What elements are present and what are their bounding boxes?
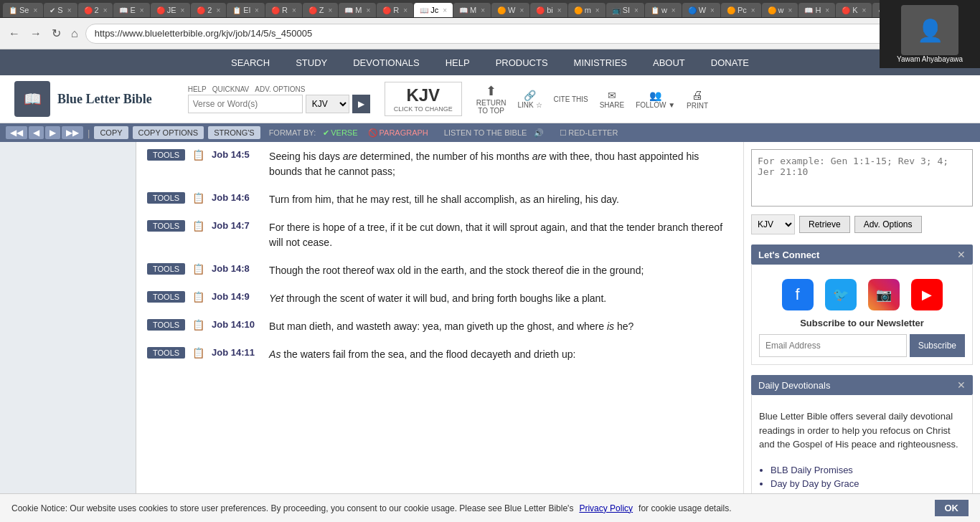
browser-tab-strip: 📋Se× ✔S× 🔴2× 📖E× 🔴JE× 🔴2× 📋El× 🔴R× 🔴Z× 📖… <box>0 0 980 18</box>
subscribe-button[interactable]: Subscribe <box>910 334 965 357</box>
tab-m[interactable]: 📖M× <box>339 3 376 17</box>
cite-this-btn[interactable]: CITE THIS <box>554 95 588 103</box>
circle-icon: 🚫 <box>368 128 378 138</box>
tools-button-6[interactable]: TOOLS <box>147 347 185 359</box>
forward-button[interactable]: → <box>27 24 44 43</box>
nav-products[interactable]: PRODUCTS <box>483 49 561 75</box>
kjv-version-box[interactable]: KJV CLICK TO CHANGE <box>385 82 462 116</box>
share-btn[interactable]: ✉ SHARE <box>600 90 624 109</box>
paragraph-format-option[interactable]: 🚫 PARAGRAPH <box>368 128 428 138</box>
tab-e[interactable]: 📖E× <box>113 3 149 17</box>
tab-se[interactable]: 📋Se× <box>3 3 43 17</box>
copy-icon-5[interactable]: 📋 <box>192 319 204 331</box>
tab-r2[interactable]: 🔴R× <box>377 3 413 17</box>
search-go-button[interactable]: ▶ <box>352 95 370 113</box>
print-btn[interactable]: 🖨 PRINT <box>687 89 708 110</box>
return-to-top-btn[interactable]: ⬆ RETURNTO TOP <box>476 83 507 115</box>
red-letter-option[interactable]: ☐ RED-LETTER <box>560 128 618 138</box>
cookie-notice-bar: Cookie Notice: Our website uses cookies … <box>0 493 980 522</box>
last-btn[interactable]: ▶▶ <box>62 126 83 139</box>
verse-lookup-input[interactable] <box>751 149 973 207</box>
first-btn[interactable]: ◀◀ <box>6 126 27 139</box>
devotional-link-1[interactable]: Day by Day by Grace <box>771 478 965 489</box>
instagram-icon[interactable]: 📷 <box>868 279 900 310</box>
connect-body: f 🐦 📷 ▶ Subscribe to our Newsletter Subs… <box>751 265 973 365</box>
tab-r[interactable]: 🔴R× <box>265 3 302 17</box>
nav-help[interactable]: HELP <box>433 49 483 75</box>
tab-check[interactable]: ✔S× <box>44 3 77 17</box>
copy-icon-3[interactable]: 📋 <box>192 263 204 275</box>
nav-donate[interactable]: DONATE <box>698 49 762 75</box>
verse-format-option[interactable]: ✔ VERSE <box>323 128 357 138</box>
nav-about[interactable]: ABOUT <box>640 49 698 75</box>
site-navigation: SEARCH STUDY DEVOTIONALS HELP PRODUCTS M… <box>0 49 980 75</box>
email-address-input[interactable] <box>759 334 907 357</box>
tab-m2[interactable]: 📖M× <box>453 3 491 17</box>
privacy-policy-link[interactable]: Privacy Policy <box>579 503 633 513</box>
checkbox-icon: ☐ <box>560 128 567 138</box>
version-select-header[interactable]: KJV NKJV ESV <box>306 95 349 113</box>
home-button[interactable]: ⌂ <box>68 24 81 43</box>
verse-text-1: Turn from him, that he may rest, till he… <box>269 192 619 207</box>
tools-button-4[interactable]: TOOLS <box>147 291 185 303</box>
facebook-icon[interactable]: f <box>782 279 814 310</box>
tab-h[interactable]: 📖H× <box>798 3 835 17</box>
email-row: Subscribe <box>759 334 965 357</box>
tab-w2[interactable]: 📋w× <box>645 3 682 17</box>
tab-z[interactable]: 🔴Z× <box>303 3 339 17</box>
reload-button[interactable]: ↻ <box>49 24 64 43</box>
adv-options-button[interactable]: Adv. Options <box>854 216 922 233</box>
connect-title: Let's Connect <box>758 250 819 260</box>
search-form-area: HELP QUICKNAV ADV. OPTIONS KJV NKJV ESV … <box>181 82 377 116</box>
tools-button-2[interactable]: TOOLS <box>147 220 185 232</box>
address-bar[interactable] <box>85 24 908 44</box>
tools-button-1[interactable]: TOOLS <box>147 192 185 204</box>
link-options-btn[interactable]: 🔗 LINK ☆ <box>518 90 542 109</box>
tools-button-5[interactable]: TOOLS <box>147 319 185 331</box>
lookup-version-select[interactable]: KJV NKJV ESV NIV <box>751 214 795 234</box>
follow-btn[interactable]: 👥 FOLLOW ▼ <box>636 90 675 109</box>
copy-icon-0[interactable]: 📋 <box>192 149 204 161</box>
tools-button-3[interactable]: TOOLS <box>147 263 185 275</box>
nav-search[interactable]: SEARCH <box>218 49 283 75</box>
tab-w-orange[interactable]: 🟠W× <box>491 3 529 17</box>
youtube-icon[interactable]: ▶ <box>911 279 943 310</box>
tab-2[interactable]: 🔴2× <box>78 3 113 17</box>
tab-je[interactable]: 🔴JE× <box>151 3 191 17</box>
verse-search-input[interactable] <box>188 95 303 113</box>
connect-header: Let's Connect ✕ <box>751 245 973 265</box>
prev-btn[interactable]: ◀ <box>29 126 44 139</box>
strongs-button[interactable]: STRONG'S <box>208 126 260 139</box>
back-button[interactable]: ← <box>6 24 23 43</box>
twitter-icon[interactable]: 🐦 <box>825 279 857 310</box>
copy-icon-6[interactable]: 📋 <box>192 347 204 359</box>
devotional-close-button[interactable]: ✕ <box>957 379 966 391</box>
tab-bi[interactable]: 🔴bi× <box>530 3 567 17</box>
copy-icon-2[interactable]: 📋 <box>192 220 204 232</box>
tab-2b[interactable]: 🔴2× <box>191 3 226 17</box>
tools-button-0[interactable]: TOOLS <box>147 149 185 161</box>
tab-w3[interactable]: 🔵W× <box>682 3 720 17</box>
connect-close-button[interactable]: ✕ <box>957 249 966 260</box>
tab-si[interactable]: 📺SI× <box>606 3 644 17</box>
tab-m3[interactable]: 🟠m× <box>568 3 606 17</box>
nav-study[interactable]: STUDY <box>283 49 340 75</box>
copy-icon-4[interactable]: 📋 <box>192 291 204 303</box>
tab-pc[interactable]: 🟠Pc× <box>721 3 761 17</box>
tab-w4[interactable]: 🟠w× <box>762 3 798 17</box>
tab-k[interactable]: 🔴K× <box>836 3 872 17</box>
tab-jc-active[interactable]: 📖Jc× <box>414 3 453 17</box>
copy-options-button[interactable]: COPY OPTIONS <box>133 126 204 139</box>
tab-el[interactable]: 📋El× <box>227 3 265 17</box>
next-btn[interactable]: ▶ <box>45 126 60 139</box>
audio-icon: 🔊 <box>534 128 544 138</box>
format-by-label: FORMAT BY: <box>269 128 316 137</box>
retrieve-button[interactable]: Retrieve <box>799 216 850 233</box>
cookie-text: Cookie Notice: Our website uses cookies … <box>11 503 573 513</box>
cookie-ok-button[interactable]: OK <box>935 500 969 516</box>
devotional-link-0[interactable]: BLB Daily Promises <box>771 465 965 475</box>
copy-button[interactable]: COPY <box>94 126 128 139</box>
copy-icon-1[interactable]: 📋 <box>192 192 204 204</box>
nav-ministries[interactable]: MINISTRIES <box>561 49 640 75</box>
nav-devotionals[interactable]: DEVOTIONALS <box>340 49 432 75</box>
